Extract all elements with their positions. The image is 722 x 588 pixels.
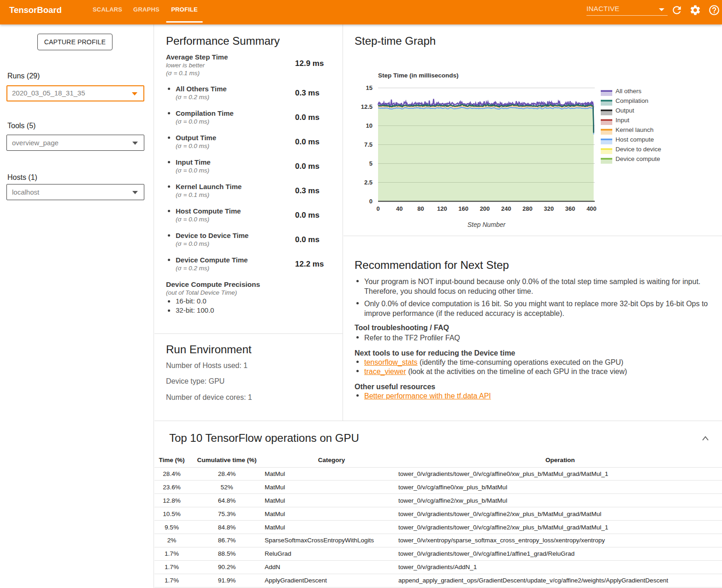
svg-text:320: 320 [544,205,554,212]
svg-text:80: 80 [417,205,424,212]
svg-text:7.5: 7.5 [364,141,373,148]
svg-text:Step Time (in milliseconds): Step Time (in milliseconds) [378,72,459,79]
svg-text:Device compute: Device compute [615,155,660,162]
svg-text:Compilation: Compilation [615,97,648,104]
svg-text:120: 120 [437,205,447,212]
svg-text:2.5: 2.5 [364,179,373,186]
svg-text:Device to device: Device to device [615,146,661,153]
svg-text:Kernel launch: Kernel launch [615,126,654,133]
svg-text:All others: All others [615,88,642,95]
svg-text:12.5: 12.5 [361,103,373,110]
svg-text:15: 15 [366,84,373,91]
svg-text:Output: Output [615,107,634,114]
svg-text:360: 360 [565,205,575,212]
svg-text:0: 0 [369,198,373,205]
svg-text:200: 200 [480,205,490,212]
svg-text:280: 280 [522,205,533,212]
svg-text:40: 40 [396,205,402,212]
svg-text:Host compute: Host compute [615,136,654,143]
svg-text:5: 5 [369,160,373,167]
svg-text:10: 10 [366,122,373,129]
svg-text:240: 240 [501,205,511,212]
svg-text:Input: Input [615,117,629,124]
svg-text:Step Number: Step Number [468,221,506,228]
svg-text:400: 400 [586,205,597,212]
svg-text:160: 160 [458,205,468,212]
svg-text:0: 0 [376,205,379,212]
